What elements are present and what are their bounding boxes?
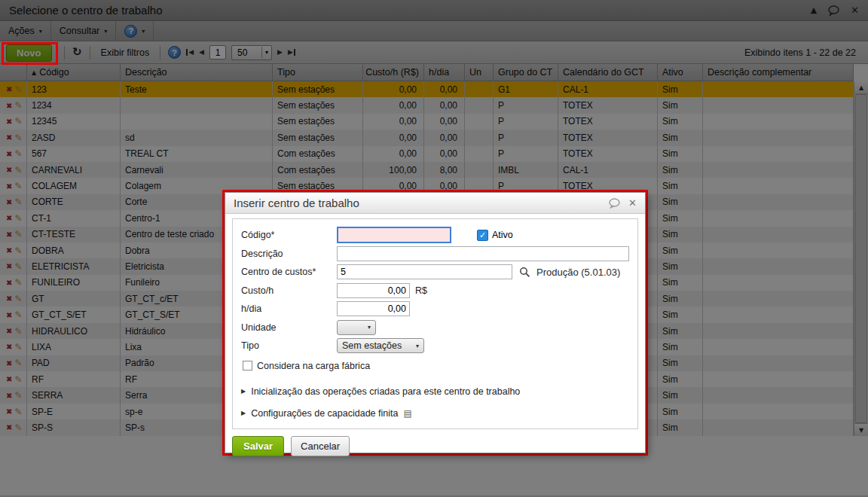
descricao-input[interactable] bbox=[337, 246, 629, 261]
ativo-checkbox[interactable]: ✓ bbox=[477, 230, 488, 241]
chevron-down-icon: ▾ bbox=[368, 324, 371, 331]
dialog-title: Inserir centro de trabalho bbox=[234, 197, 359, 209]
hdia-input[interactable] bbox=[337, 301, 410, 316]
tipo-label: Tipo bbox=[241, 340, 337, 351]
cancel-button[interactable]: Cancelar bbox=[291, 436, 350, 456]
codigo-input[interactable] bbox=[337, 227, 451, 243]
tipo-select[interactable]: Sem estações ▾ bbox=[337, 338, 424, 353]
centro-custos-display: Produção (5.01.03) bbox=[536, 267, 620, 278]
hdia-label: h/dia bbox=[241, 303, 337, 314]
expander-arrow-icon: ▶ bbox=[241, 388, 246, 395]
document-icon[interactable]: ▤ bbox=[403, 408, 411, 419]
carga-fabrica-label: Considera na carga fábrica bbox=[257, 361, 370, 371]
unidade-label: Unidade bbox=[241, 322, 337, 333]
comment-icon[interactable] bbox=[608, 198, 621, 209]
descricao-label: Descrição bbox=[241, 248, 337, 259]
centro-custos-label: Centro de custos* bbox=[241, 267, 337, 277]
expander-inicializacao-label: Inicialização das operações criadas para… bbox=[251, 386, 520, 397]
chevron-down-icon: ▾ bbox=[416, 343, 419, 349]
save-button[interactable]: Salvar bbox=[232, 436, 284, 456]
tipo-value: Sem estações bbox=[342, 340, 402, 351]
insert-work-center-dialog: Inserir centro de trabalho ✕ Código* ✓ bbox=[225, 192, 646, 453]
expander-capacidade-label: Configurações de capacidade finita bbox=[251, 408, 398, 419]
codigo-label: Código* bbox=[241, 230, 337, 240]
unidade-select[interactable]: ▾ bbox=[337, 320, 376, 335]
ativo-label: Ativo bbox=[492, 230, 513, 240]
dialog-titlebar: Inserir centro de trabalho ✕ bbox=[225, 193, 645, 214]
centro-custos-input[interactable] bbox=[337, 264, 512, 279]
carga-fabrica-checkbox[interactable] bbox=[243, 361, 252, 370]
dialog-fieldset: Código* ✓ Ativo Descrição Centro de cust… bbox=[232, 218, 638, 429]
expander-inicializacao[interactable]: ▶ Inicialização das operações criadas pa… bbox=[241, 386, 629, 397]
close-icon[interactable]: ✕ bbox=[628, 197, 637, 209]
custo-input[interactable] bbox=[337, 283, 410, 298]
search-icon[interactable] bbox=[519, 267, 530, 278]
app-window: Selecione o centro de trabalho ▲ ✕ Ações… bbox=[0, 0, 868, 497]
custo-label: Custo/h bbox=[241, 285, 337, 296]
expander-capacidade[interactable]: ▶ Configurações de capacidade finita ▤ bbox=[241, 408, 629, 419]
custo-suffix: R$ bbox=[415, 285, 427, 296]
expander-arrow-icon: ▶ bbox=[241, 410, 246, 416]
annotation-modal: Inserir centro de trabalho ✕ Código* ✓ bbox=[222, 190, 648, 456]
